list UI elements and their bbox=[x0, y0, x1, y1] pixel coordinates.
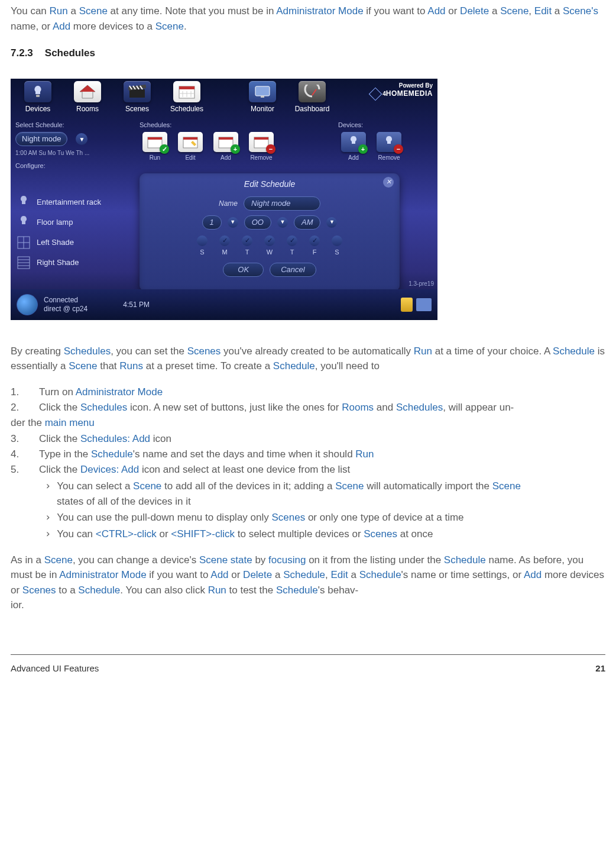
device-list: Entertainment rack Floor lamp Left Shade… bbox=[15, 177, 134, 273]
list-item: ›You can select a Scene to add all of th… bbox=[39, 478, 605, 494]
bulb-icon bbox=[24, 81, 51, 102]
page-number: 21 bbox=[595, 662, 605, 676]
chevron-down-icon[interactable]: ▼ bbox=[326, 217, 337, 228]
edit-schedule-dialog: Edit Schedule✕ Name Night mode 1▼ OO▼ AM… bbox=[140, 173, 400, 292]
nav-monitor[interactable]: Monitor bbox=[239, 81, 286, 118]
link-admin-mode: Administrator Mode bbox=[276, 5, 363, 17]
intro-paragraph: You can Run a Scene at any time. Note th… bbox=[11, 0, 605, 34]
bulb-icon bbox=[15, 214, 32, 231]
ampm-select[interactable]: AM bbox=[294, 215, 321, 230]
day-checkbox[interactable]: ✓ bbox=[242, 235, 252, 246]
calendar-remove-icon: − bbox=[249, 132, 274, 152]
section-heading: 7.2.3Schedules bbox=[11, 46, 605, 61]
hour-select[interactable]: 1 bbox=[202, 215, 222, 230]
chevron-down-icon[interactable]: ▼ bbox=[277, 217, 288, 228]
day-picker: S ✓M ✓T ✓W ✓T ✓F S bbox=[149, 235, 390, 257]
devices-group-label: Devices: bbox=[338, 120, 433, 130]
list-item: 1.Turn on Administrator Mode bbox=[11, 385, 605, 400]
top-nav: Devices Rooms Scenes Schedules Monitor D… bbox=[11, 79, 437, 118]
sub-toolbar: Select Schedule: Night mode ▼ 1:00 AM Su… bbox=[11, 118, 437, 173]
chevron-down-icon[interactable]: ▼ bbox=[228, 217, 238, 228]
link-scene: Scene bbox=[79, 5, 108, 17]
chevron-icon: › bbox=[45, 511, 51, 523]
sub-list: ›You can select a Scene to add all of th… bbox=[39, 478, 605, 542]
bulb-icon bbox=[15, 194, 32, 211]
paragraph: As in a Scene, you can change a device's… bbox=[11, 553, 605, 613]
svg-rect-10 bbox=[261, 96, 264, 98]
house-icon bbox=[74, 81, 101, 102]
globe-icon bbox=[17, 294, 38, 315]
connection-status: Connected direct @ cp24 bbox=[44, 296, 87, 313]
logo-diamond-icon bbox=[369, 88, 382, 101]
device-remove-button[interactable]: −Remove bbox=[374, 132, 404, 162]
ok-button[interactable]: OK bbox=[223, 263, 264, 277]
app-screenshot: Devices Rooms Scenes Schedules Monitor D… bbox=[11, 79, 437, 320]
schedule-remove-button[interactable]: −Remove bbox=[246, 132, 277, 162]
link-delete: Delete bbox=[460, 5, 489, 17]
select-schedule-label: Select Schedule: bbox=[15, 120, 128, 130]
name-input[interactable]: Night mode bbox=[244, 196, 320, 211]
brand-logo: Powered By 4HOMEMEDIA bbox=[371, 82, 433, 99]
status-bar: Connected direct @ cp24 4:51 PM bbox=[11, 289, 437, 320]
list-item[interactable]: Right Shade bbox=[15, 253, 134, 273]
dropdown-icon[interactable]: ▼ bbox=[76, 133, 87, 145]
name-label: Name bbox=[219, 198, 238, 209]
lock-icon[interactable] bbox=[401, 298, 413, 312]
link-run: Run bbox=[50, 5, 68, 17]
nav-rooms[interactable]: Rooms bbox=[64, 81, 111, 118]
nav-devices[interactable]: Devices bbox=[14, 81, 61, 118]
bulb-add-icon: + bbox=[341, 132, 366, 152]
svg-rect-17 bbox=[219, 137, 233, 140]
day-checkbox[interactable]: ✓ bbox=[287, 235, 297, 246]
svg-rect-15 bbox=[183, 137, 197, 140]
svg-line-11 bbox=[312, 89, 316, 95]
list-item: 5.Click the Devices: Add icon and select… bbox=[11, 462, 605, 477]
list-item: 3.Click the Schedules: Add icon bbox=[11, 431, 605, 447]
schedule-add-button[interactable]: +Add bbox=[210, 132, 241, 162]
day-checkbox[interactable]: ✓ bbox=[219, 235, 230, 246]
device-add-button[interactable]: +Add bbox=[338, 132, 369, 162]
list-item-cont: states of all of the devices in it bbox=[39, 494, 605, 509]
svg-rect-13 bbox=[148, 137, 162, 140]
nav-scenes[interactable]: Scenes bbox=[114, 81, 161, 118]
page-footer: Advanced UI Features 21 bbox=[11, 662, 605, 687]
calendar-edit-icon bbox=[178, 132, 203, 152]
clock: 4:51 PM bbox=[123, 299, 150, 310]
svg-rect-1 bbox=[129, 89, 145, 98]
bulb-remove-icon: − bbox=[377, 132, 401, 152]
list-item: 2.Click the Schedules icon. A new set of… bbox=[11, 400, 605, 415]
chevron-icon: › bbox=[45, 528, 51, 540]
list-item: 4.Type in the Schedule's name and set th… bbox=[11, 447, 605, 462]
day-checkbox[interactable]: ✓ bbox=[264, 235, 275, 246]
schedule-select[interactable]: Night mode bbox=[15, 132, 67, 146]
list-item: ›You can <CTRL>-click or <SHIFT>-click t… bbox=[39, 526, 605, 542]
clapper-icon bbox=[124, 81, 151, 102]
nav-schedules[interactable]: Schedules bbox=[163, 81, 210, 118]
day-checkbox[interactable]: ✓ bbox=[309, 235, 320, 246]
list-item[interactable]: Left Shade bbox=[15, 233, 134, 253]
schedule-run-button[interactable]: ✓Run bbox=[140, 132, 170, 162]
nav-dashboard[interactable]: Dashboard bbox=[288, 81, 336, 118]
gauge-icon bbox=[299, 81, 326, 102]
schedule-edit-button[interactable]: Edit bbox=[175, 132, 206, 162]
monitor-icon bbox=[249, 81, 276, 102]
list-item[interactable]: Floor lamp bbox=[15, 212, 134, 233]
svg-rect-19 bbox=[254, 137, 268, 140]
day-checkbox[interactable] bbox=[332, 235, 342, 246]
calendar-icon bbox=[173, 81, 200, 102]
blinds-icon bbox=[15, 234, 32, 251]
calendar-add-icon: + bbox=[213, 132, 238, 152]
footer-title: Advanced UI Features bbox=[11, 662, 99, 676]
close-icon[interactable]: ✕ bbox=[383, 177, 394, 188]
link-edit: Edit bbox=[534, 5, 552, 17]
cancel-button[interactable]: Cancel bbox=[270, 263, 316, 277]
schedule-summary: 1:00 AM Su Mo Tu We Th ... bbox=[15, 148, 128, 157]
card-icon[interactable] bbox=[416, 298, 432, 311]
footer-separator bbox=[11, 654, 605, 655]
svg-rect-0 bbox=[36, 95, 40, 97]
chevron-icon: › bbox=[45, 480, 51, 492]
day-checkbox[interactable] bbox=[197, 235, 208, 246]
minute-select[interactable]: OO bbox=[244, 215, 271, 230]
ordered-list: 1.Turn on Administrator Mode 2.Click the… bbox=[11, 385, 605, 542]
list-item[interactable]: Entertainment rack bbox=[15, 192, 134, 212]
